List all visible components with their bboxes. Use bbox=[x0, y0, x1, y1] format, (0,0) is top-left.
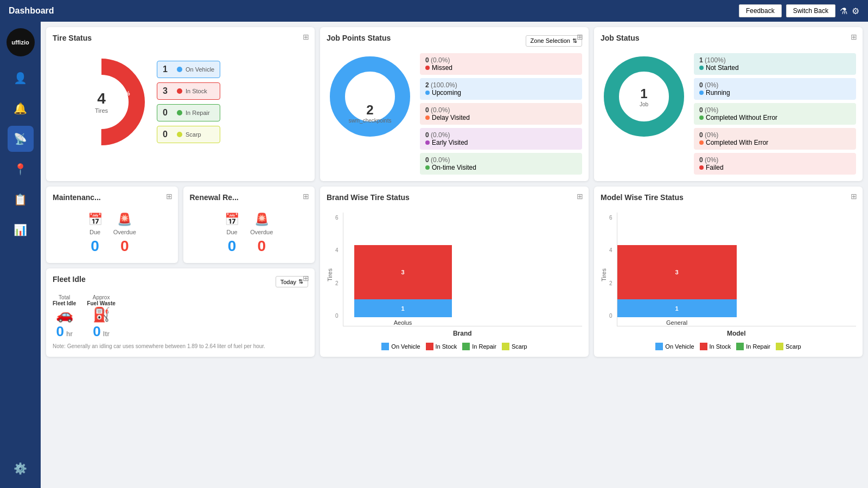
fleet-total-label: Total bbox=[59, 294, 70, 300]
job-points-legend: 0 (0.0%) Missed 2 (100.0%) Upcoming 0 (0… bbox=[420, 53, 582, 175]
switch-back-button[interactable]: Switch Back bbox=[786, 4, 835, 17]
renewal-expand-icon[interactable]: ⊞ bbox=[303, 192, 309, 201]
page-title: Dashboard bbox=[9, 6, 54, 16]
renewal-title: Renewal Re... bbox=[190, 193, 239, 202]
sidebar-item-dashboard[interactable]: 📡 bbox=[8, 126, 34, 152]
sidebar-item-user[interactable]: 👤 bbox=[8, 65, 34, 91]
model-wise-expand-icon[interactable]: ⊞ bbox=[851, 192, 857, 201]
job-point-status-item: 0 (0.0%) Delay Visited bbox=[420, 103, 582, 125]
sidebar-item-location[interactable]: 📍 bbox=[8, 156, 34, 182]
jp-label: On-time Visited bbox=[425, 164, 577, 171]
maint-due-label: Due bbox=[90, 229, 100, 235]
tire-legend-item: 0 In Repair bbox=[157, 104, 220, 121]
fleet-idle-title: Fleet Idle bbox=[53, 275, 86, 284]
sidebar-item-analytics[interactable]: 📊 bbox=[8, 217, 34, 243]
brand-x-label: Brand bbox=[343, 330, 582, 337]
js-count: 0 (0%) bbox=[699, 81, 851, 89]
legend-count: 0 bbox=[163, 108, 174, 118]
y-tick-2: 2 bbox=[335, 280, 339, 286]
job-status-legend: 1 (100%) Not Started 0 (0%) Running 0 (0… bbox=[694, 53, 856, 175]
sidebar-item-settings[interactable]: ⚙️ bbox=[8, 455, 34, 481]
legend-count: 1 bbox=[163, 65, 174, 74]
sidebar-item-report[interactable]: 📋 bbox=[8, 187, 34, 213]
zone-selection-button[interactable]: Zone Selection ⇅ bbox=[526, 35, 582, 47]
fleet-idle-car-icon: 🚗 bbox=[56, 306, 73, 323]
maint-overdue-label: Overdue bbox=[113, 229, 136, 235]
job-status-center-num: 1 bbox=[640, 86, 648, 101]
job-points-actions: Zone Selection ⇅ ⊞ bbox=[526, 35, 582, 47]
brand-legend-item: On Vehicle bbox=[381, 343, 420, 350]
job-status-center: 1 Job bbox=[640, 86, 648, 107]
jp-count: 0 (0.0%) bbox=[425, 131, 577, 139]
model-wise-bars: 3 1 General bbox=[617, 213, 856, 326]
sidebar: uffizio 👤 🔔 📡 📍 📋 📊 ⚙️ bbox=[0, 22, 41, 488]
renewal-due-icon: 📅 bbox=[225, 213, 239, 227]
brand-wise-bars: 3 1 Aeolus bbox=[343, 213, 582, 326]
job-points-center-num: 2 bbox=[366, 102, 373, 118]
legend-dot bbox=[177, 88, 182, 94]
tire-status-inner: 4 Tires 25% 75% 1 On Vehicle 3 In Stock … bbox=[53, 53, 308, 151]
job-status-expand-icon[interactable]: ⊞ bbox=[851, 33, 857, 41]
legend-dot bbox=[177, 132, 182, 137]
fleet-fleet-idle-label: Fleet Idle bbox=[53, 300, 76, 306]
job-status-title: Job Status bbox=[601, 34, 640, 42]
job-status-header: Job Status ⊞ bbox=[601, 34, 856, 48]
jp-label: Missed bbox=[425, 64, 577, 72]
jp-dot bbox=[425, 165, 430, 170]
fleet-fuel-waste-label: Fuel Waste bbox=[87, 300, 115, 306]
jp-count: 0 (0.0%) bbox=[425, 156, 577, 164]
model-general-bar: 3 1 bbox=[617, 245, 737, 317]
fleet-approx-label: Approx bbox=[93, 294, 110, 300]
main-layout: uffizio 👤 🔔 📡 📍 📋 📊 ⚙️ Tire Status ⊞ bbox=[0, 22, 868, 488]
brand-legend-box bbox=[381, 343, 389, 350]
brand-wise-y-label: Tires bbox=[327, 268, 333, 281]
renewal-overdue-label: Overdue bbox=[250, 229, 273, 235]
legend-label: Scarp bbox=[186, 131, 201, 138]
sidebar-item-bell[interactable]: 🔔 bbox=[8, 95, 34, 121]
fleet-expand-icon[interactable]: ⊞ bbox=[303, 274, 309, 282]
tire-legend-item: 1 On Vehicle bbox=[157, 61, 220, 78]
job-points-header: Job Points Status Zone Selection ⇅ ⊞ bbox=[327, 34, 582, 48]
feedback-button[interactable]: Feedback bbox=[739, 4, 782, 17]
tire-donut-chart: 4 Tires 25% 75% bbox=[53, 53, 150, 151]
legend-label: In Stock bbox=[186, 88, 207, 94]
legend-count: 0 bbox=[163, 130, 174, 139]
model-legend-box bbox=[700, 343, 707, 350]
job-points-inner: 2 swm_checkpoints 0 (0.0%) Missed 2 (100… bbox=[327, 53, 582, 175]
fleet-idle-num: 0 bbox=[56, 323, 63, 340]
logo: uffizio bbox=[7, 28, 35, 56]
tire-pct-25: 25% bbox=[118, 90, 130, 97]
job-points-title: Job Points Status bbox=[327, 34, 391, 42]
maint-renewal-wrapper: Maintenanc... ⊞ 📅 Due 0 🚨 Overdue 0 bbox=[46, 187, 315, 263]
job-status-item: 0 (0%) Running bbox=[694, 78, 856, 100]
job-points-card: Job Points Status Zone Selection ⇅ ⊞ bbox=[320, 27, 589, 181]
js-count: 0 (0%) bbox=[699, 131, 851, 139]
brand-legend-item: In Repair bbox=[462, 343, 496, 350]
maint-expand-icon[interactable]: ⊞ bbox=[166, 192, 173, 201]
model-wise-title: Model Wise Tire Status bbox=[601, 193, 684, 202]
tire-status-card: Tire Status ⊞ 4 Tires 25% 75% bbox=[46, 27, 315, 181]
renewal-due-value: 0 bbox=[228, 237, 237, 255]
fleet-fuel-value: 0 ltr bbox=[93, 323, 109, 340]
brand-wise-expand-icon[interactable]: ⊞ bbox=[577, 192, 583, 201]
job-points-expand-icon[interactable]: ⊞ bbox=[577, 33, 583, 41]
tire-center-num: 4 bbox=[95, 90, 108, 107]
js-count: 1 (100%) bbox=[699, 56, 851, 64]
tire-status-header: Tire Status ⊞ bbox=[53, 34, 308, 48]
filter-icon[interactable]: ⚗ bbox=[840, 6, 847, 16]
model-general-stock-bar: 3 bbox=[617, 245, 737, 299]
settings-icon[interactable]: ⚙ bbox=[852, 6, 859, 16]
js-label: Running bbox=[699, 89, 851, 97]
jp-dot bbox=[425, 66, 430, 70]
maint-overdue-value: 0 bbox=[120, 237, 129, 255]
y-tick-0: 0 bbox=[335, 313, 339, 319]
model-legend-label: Scarp bbox=[786, 343, 801, 350]
model-wise-legend: On Vehicle In Stock In Repair Scarp bbox=[601, 343, 856, 350]
tire-legend-item: 3 In Stock bbox=[157, 82, 220, 100]
renewal-due-item: 📅 Due 0 bbox=[225, 213, 239, 255]
tire-status-expand-icon[interactable]: ⊞ bbox=[303, 33, 309, 41]
job-status-inner: 1 Job 1 (100%) Not Started 0 (0%) Runnin… bbox=[601, 53, 856, 175]
brand-wise-chart-area: 3 1 Aeolus Brand bbox=[343, 213, 582, 337]
maint-header: Maintenanc... ⊞ bbox=[53, 193, 171, 207]
header-actions: Feedback Switch Back ⚗ ⚙ bbox=[739, 4, 859, 17]
